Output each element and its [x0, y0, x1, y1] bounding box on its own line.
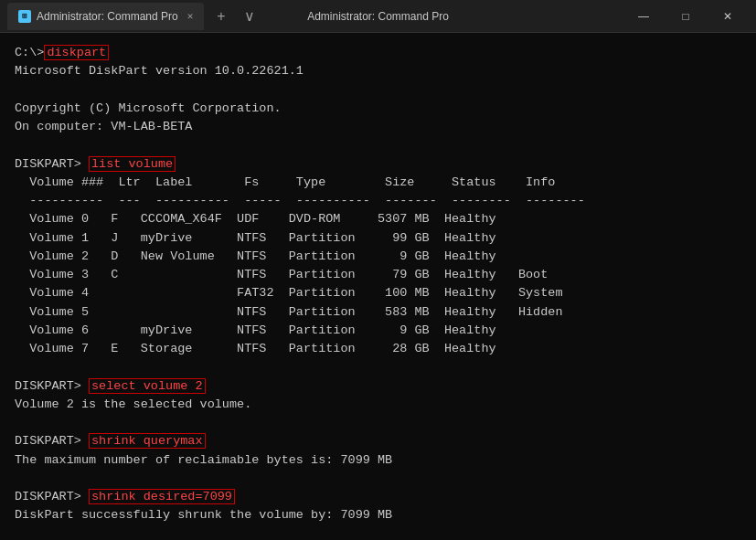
tab-title: Administrator: Command Pro [37, 10, 178, 23]
line-querymax-result: The maximum number of reclaimable bytes … [15, 451, 741, 470]
line-diskpart-cmd: C:\>diskpart [15, 44, 741, 62]
line-copyright: Copyright (C) Microsoft Corporation. [15, 100, 741, 118]
cmd-list-volume: list volume [89, 156, 176, 172]
tab-close-button[interactable]: ✕ [187, 10, 194, 22]
vol-row-4: Volume 4 FAT32 Partition 100 MB Healthy … [15, 284, 741, 302]
new-tab-button[interactable]: + [211, 8, 230, 25]
vol-row-0: Volume 0 F CCCOMA_X64F UDF DVD-ROM 5307 … [15, 210, 741, 228]
vol-row-3: Volume 3 C NTFS Partition 79 GB Healthy … [15, 266, 741, 284]
line-select-cmd: DISKPART> select volume 2 [15, 377, 741, 396]
line-shrink-result: DiskPart successfully shrunk the volume … [15, 506, 741, 524]
vol-row-6: Volume 6 myDrive NTFS Partition 9 GB Hea… [15, 322, 741, 340]
line-querymax-cmd: DISKPART> shrink querymax [15, 432, 741, 450]
cmd-select-volume: select volume 2 [89, 378, 206, 394]
terminal-body: C:\>diskpart Microsoft DiskPart version … [0, 33, 756, 540]
line-shrink-cmd: DISKPART> shrink desired=7099 [15, 488, 741, 506]
prompt1: C:\> [15, 46, 44, 59]
window-title: Administrator: Command Pro [307, 10, 449, 23]
minimize-button[interactable]: — [623, 0, 665, 33]
col-headers: Volume ### Ltr Label Fs Type Size Status… [15, 174, 741, 192]
cmd-diskpart: diskpart [44, 45, 109, 60]
healthy-vol6: Healthy [444, 323, 496, 337]
vol-row-7: Volume 7 E Storage NTFS Partition 28 GB … [15, 340, 741, 358]
maximize-button[interactable]: □ [665, 0, 707, 33]
window-controls: — □ ✕ [623, 0, 749, 33]
line-selected: Volume 2 is the selected volume. [15, 396, 741, 414]
tab-icon: ⊞ [18, 10, 31, 23]
chevron-button[interactable]: ∨ [239, 7, 261, 25]
line-empty3 [15, 358, 741, 376]
close-button[interactable]: ✕ [707, 0, 749, 33]
line-list-vol-cmd: DISKPART> list volume [15, 155, 741, 174]
terminal-tab[interactable]: ⊞ Administrator: Command Pro ✕ [7, 3, 204, 30]
line-version: Microsoft DiskPart version 10.0.22621.1 [15, 62, 741, 80]
col-dividers: ---------- --- ---------- ----- --------… [15, 192, 741, 210]
vol-row-2: Volume 2 D New Volume NTFS Partition 9 G… [15, 248, 741, 266]
prompt4: DISKPART> [15, 434, 89, 448]
line-empty5 [15, 470, 741, 488]
vol-row-5: Volume 5 NTFS Partition 583 MB Healthy H… [15, 303, 741, 322]
line-empty2 [15, 136, 741, 154]
prompt3: DISKPART> [15, 379, 89, 393]
prompt5: DISKPART> [15, 490, 89, 503]
line-empty6 [15, 525, 741, 541]
line-empty4 [15, 414, 741, 432]
title-bar: ⊞ Administrator: Command Pro ✕ + ∨ Admin… [0, 0, 756, 33]
vol-row-1: Volume 1 J myDrive NTFS Partition 99 GB … [15, 229, 741, 248]
prompt2: DISKPART> [15, 157, 89, 171]
line-empty1 [15, 81, 741, 100]
line-computer: On computer: VM-LAB-BETA [15, 118, 741, 136]
cmd-shrink-querymax: shrink querymax [89, 433, 206, 449]
cmd-shrink-desired: shrink desired=7099 [89, 489, 235, 504]
